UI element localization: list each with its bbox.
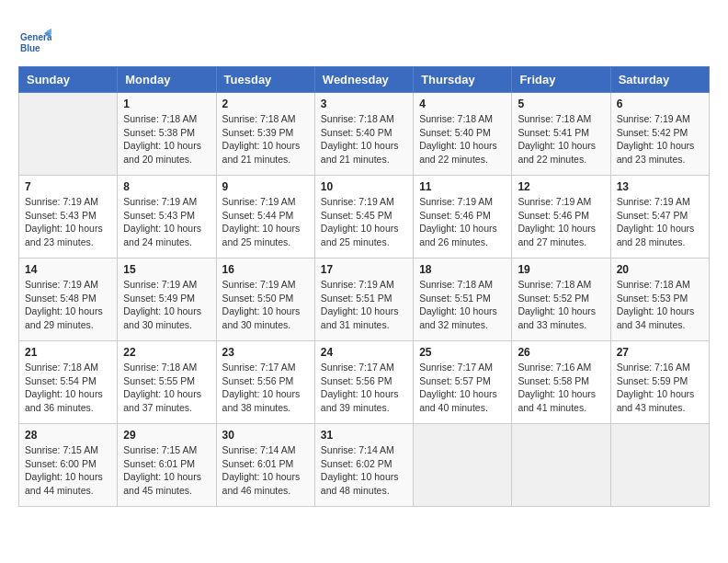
day-info: Sunrise: 7:18 AMSunset: 5:40 PMDaylight:… xyxy=(321,112,407,167)
calendar-cell: 27Sunrise: 7:16 AMSunset: 5:59 PMDayligh… xyxy=(610,341,709,424)
calendar-body: 1Sunrise: 7:18 AMSunset: 5:38 PMDaylight… xyxy=(19,93,710,507)
calendar-cell: 25Sunrise: 7:17 AMSunset: 5:57 PMDayligh… xyxy=(414,341,512,424)
day-info: Sunrise: 7:15 AMSunset: 6:01 PMDaylight:… xyxy=(123,443,210,498)
calendar-cell: 22Sunrise: 7:18 AMSunset: 5:55 PMDayligh… xyxy=(118,341,216,424)
calendar-cell: 9Sunrise: 7:19 AMSunset: 5:44 PMDaylight… xyxy=(216,176,314,259)
day-number: 24 xyxy=(321,346,407,359)
day-info: Sunrise: 7:18 AMSunset: 5:51 PMDaylight:… xyxy=(419,278,506,332)
day-info: Sunrise: 7:19 AMSunset: 5:46 PMDaylight:… xyxy=(419,195,506,249)
calendar-cell: 2Sunrise: 7:18 AMSunset: 5:39 PMDaylight… xyxy=(216,93,314,176)
calendar-cell: 12Sunrise: 7:19 AMSunset: 5:46 PMDayligh… xyxy=(512,176,610,259)
day-number: 8 xyxy=(123,180,210,193)
day-number: 7 xyxy=(25,180,111,193)
calendar-cell: 19Sunrise: 7:18 AMSunset: 5:52 PMDayligh… xyxy=(512,259,610,341)
day-info: Sunrise: 7:19 AMSunset: 5:43 PMDaylight:… xyxy=(25,195,111,249)
day-header-tuesday: Tuesday xyxy=(216,67,314,93)
calendar-cell: 3Sunrise: 7:18 AMSunset: 5:40 PMDaylight… xyxy=(314,93,413,176)
day-info: Sunrise: 7:19 AMSunset: 5:46 PMDaylight:… xyxy=(518,195,604,249)
calendar-cell xyxy=(610,424,709,507)
calendar-cell: 28Sunrise: 7:15 AMSunset: 6:00 PMDayligh… xyxy=(19,424,118,507)
day-info: Sunrise: 7:19 AMSunset: 5:47 PMDaylight:… xyxy=(617,195,703,249)
calendar-cell: 13Sunrise: 7:19 AMSunset: 5:47 PMDayligh… xyxy=(610,176,709,259)
calendar-cell: 26Sunrise: 7:16 AMSunset: 5:58 PMDayligh… xyxy=(512,341,610,424)
day-info: Sunrise: 7:16 AMSunset: 5:58 PMDaylight:… xyxy=(518,361,604,415)
day-header-thursday: Thursday xyxy=(414,67,512,93)
day-info: Sunrise: 7:19 AMSunset: 5:44 PMDaylight:… xyxy=(222,195,309,249)
calendar-cell: 10Sunrise: 7:19 AMSunset: 5:45 PMDayligh… xyxy=(314,176,413,259)
calendar-week-3: 14Sunrise: 7:19 AMSunset: 5:48 PMDayligh… xyxy=(19,259,710,341)
day-info: Sunrise: 7:19 AMSunset: 5:42 PMDaylight:… xyxy=(617,112,703,167)
day-info: Sunrise: 7:19 AMSunset: 5:49 PMDaylight:… xyxy=(123,278,210,332)
day-info: Sunrise: 7:14 AMSunset: 6:02 PMDaylight:… xyxy=(321,443,407,498)
calendar-cell: 30Sunrise: 7:14 AMSunset: 6:01 PMDayligh… xyxy=(216,424,314,507)
calendar-cell: 17Sunrise: 7:19 AMSunset: 5:51 PMDayligh… xyxy=(314,259,413,341)
calendar-cell: 16Sunrise: 7:19 AMSunset: 5:50 PMDayligh… xyxy=(216,259,314,341)
day-header-sunday: Sunday xyxy=(19,67,118,93)
day-number: 28 xyxy=(25,429,111,442)
calendar-cell: 23Sunrise: 7:17 AMSunset: 5:56 PMDayligh… xyxy=(216,341,314,424)
day-info: Sunrise: 7:18 AMSunset: 5:54 PMDaylight:… xyxy=(25,361,111,415)
calendar-cell: 21Sunrise: 7:18 AMSunset: 5:54 PMDayligh… xyxy=(19,341,118,424)
calendar-cell: 18Sunrise: 7:18 AMSunset: 5:51 PMDayligh… xyxy=(414,259,512,341)
day-header-saturday: Saturday xyxy=(610,67,709,93)
calendar-week-4: 21Sunrise: 7:18 AMSunset: 5:54 PMDayligh… xyxy=(19,341,710,424)
calendar-cell: 5Sunrise: 7:18 AMSunset: 5:41 PMDaylight… xyxy=(512,93,610,176)
day-number: 31 xyxy=(321,429,407,442)
day-header-monday: Monday xyxy=(118,67,216,93)
svg-rect-0 xyxy=(18,26,51,59)
calendar-header-row: SundayMondayTuesdayWednesdayThursdayFrid… xyxy=(19,67,710,93)
day-number: 9 xyxy=(222,180,309,193)
day-number: 14 xyxy=(25,263,111,276)
calendar-cell: 24Sunrise: 7:17 AMSunset: 5:56 PMDayligh… xyxy=(314,341,413,424)
calendar-cell xyxy=(19,93,118,176)
calendar-cell: 8Sunrise: 7:19 AMSunset: 5:43 PMDaylight… xyxy=(118,176,216,259)
day-info: Sunrise: 7:19 AMSunset: 5:50 PMDaylight:… xyxy=(222,278,309,332)
day-info: Sunrise: 7:18 AMSunset: 5:38 PMDaylight:… xyxy=(123,112,210,167)
day-number: 22 xyxy=(123,346,210,359)
day-header-wednesday: Wednesday xyxy=(314,67,413,93)
day-number: 27 xyxy=(617,346,703,359)
day-number: 11 xyxy=(419,180,506,193)
day-number: 16 xyxy=(222,263,309,276)
day-info: Sunrise: 7:19 AMSunset: 5:48 PMDaylight:… xyxy=(25,278,111,332)
calendar-week-1: 1Sunrise: 7:18 AMSunset: 5:38 PMDaylight… xyxy=(19,93,710,176)
calendar-table: SundayMondayTuesdayWednesdayThursdayFrid… xyxy=(18,66,710,507)
day-info: Sunrise: 7:18 AMSunset: 5:53 PMDaylight:… xyxy=(617,278,703,332)
calendar-cell: 15Sunrise: 7:19 AMSunset: 5:49 PMDayligh… xyxy=(118,259,216,341)
calendar-cell: 4Sunrise: 7:18 AMSunset: 5:40 PMDaylight… xyxy=(414,93,512,176)
day-info: Sunrise: 7:14 AMSunset: 6:01 PMDaylight:… xyxy=(222,443,309,498)
day-info: Sunrise: 7:18 AMSunset: 5:39 PMDaylight:… xyxy=(222,112,309,167)
day-info: Sunrise: 7:18 AMSunset: 5:52 PMDaylight:… xyxy=(518,278,604,332)
svg-text:Blue: Blue xyxy=(20,43,40,53)
day-info: Sunrise: 7:18 AMSunset: 5:40 PMDaylight:… xyxy=(419,112,506,167)
calendar-cell xyxy=(512,424,610,507)
day-number: 15 xyxy=(123,263,210,276)
day-info: Sunrise: 7:15 AMSunset: 6:00 PMDaylight:… xyxy=(25,443,111,498)
day-number: 20 xyxy=(617,263,703,276)
calendar-week-2: 7Sunrise: 7:19 AMSunset: 5:43 PMDaylight… xyxy=(19,176,710,259)
day-info: Sunrise: 7:17 AMSunset: 5:56 PMDaylight:… xyxy=(321,361,407,415)
day-number: 23 xyxy=(222,346,309,359)
logo: General Blue xyxy=(18,26,55,59)
logo-icon: General Blue xyxy=(18,26,51,59)
day-number: 21 xyxy=(25,346,111,359)
day-info: Sunrise: 7:16 AMSunset: 5:59 PMDaylight:… xyxy=(617,361,703,415)
day-info: Sunrise: 7:17 AMSunset: 5:56 PMDaylight:… xyxy=(222,361,309,415)
day-number: 6 xyxy=(617,98,703,110)
calendar-cell: 7Sunrise: 7:19 AMSunset: 5:43 PMDaylight… xyxy=(19,176,118,259)
day-header-friday: Friday xyxy=(512,67,610,93)
day-number: 5 xyxy=(518,98,604,110)
calendar-cell: 29Sunrise: 7:15 AMSunset: 6:01 PMDayligh… xyxy=(118,424,216,507)
day-number: 26 xyxy=(518,346,604,359)
calendar-cell xyxy=(414,424,512,507)
day-info: Sunrise: 7:19 AMSunset: 5:43 PMDaylight:… xyxy=(123,195,210,249)
day-number: 30 xyxy=(222,429,309,442)
day-number: 3 xyxy=(321,98,407,110)
calendar-cell: 1Sunrise: 7:18 AMSunset: 5:38 PMDaylight… xyxy=(118,93,216,176)
day-number: 4 xyxy=(419,98,506,110)
calendar-week-5: 28Sunrise: 7:15 AMSunset: 6:00 PMDayligh… xyxy=(19,424,710,507)
day-number: 29 xyxy=(123,429,210,442)
day-number: 17 xyxy=(321,263,407,276)
page-header: General Blue xyxy=(18,22,710,59)
day-number: 18 xyxy=(419,263,506,276)
